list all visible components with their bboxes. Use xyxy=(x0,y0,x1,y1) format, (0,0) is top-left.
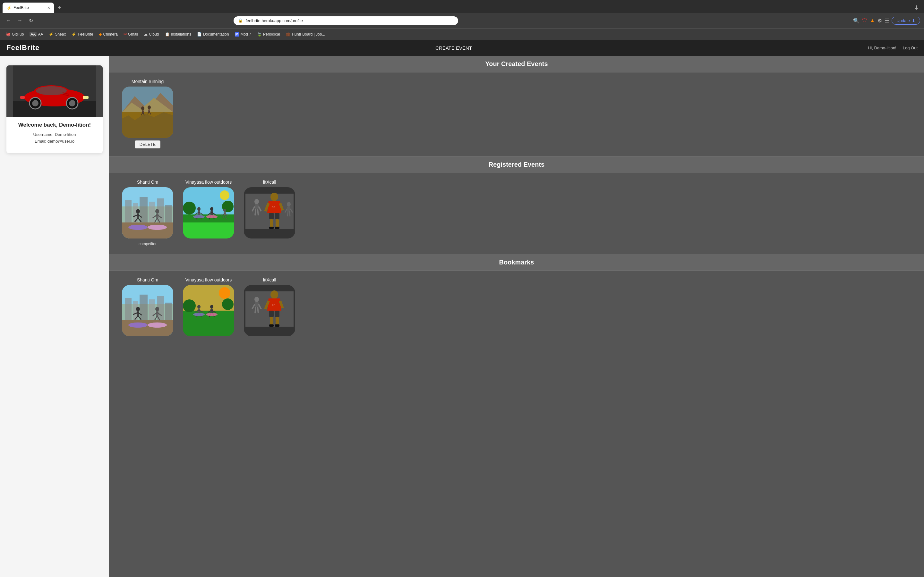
registered-events-title: Registered Events xyxy=(115,161,918,168)
back-button[interactable]: ← xyxy=(4,16,13,25)
registered-events-body: Shanti Om xyxy=(109,173,924,253)
profile-info: Welcome back, Demo-lition! Username: Dem… xyxy=(6,117,103,153)
svg-rect-32 xyxy=(149,201,155,226)
mountain-running-delete-button[interactable]: DELETE xyxy=(135,140,161,148)
svg-rect-163 xyxy=(255,302,258,307)
bookmark-sneax[interactable]: ⚡ Sneax xyxy=(46,31,68,37)
logout-link[interactable]: Log Out xyxy=(903,45,918,50)
search-button[interactable]: 🔍 xyxy=(853,18,859,24)
shanti-om-image[interactable] xyxy=(122,187,173,239)
bookmark-sneax-label: Sneax xyxy=(55,32,66,37)
cloud-favicon: ☁ xyxy=(144,32,148,37)
profile-username: Username: Demo-lition xyxy=(13,132,96,137)
bookmark-vinayasa-image[interactable] xyxy=(183,285,234,336)
settings-button[interactable]: ⚙ xyxy=(877,18,882,24)
svg-text:CF: CF xyxy=(272,206,275,209)
bookmark-chimera[interactable]: ◆ Chimera xyxy=(96,31,120,37)
bookmark-installations[interactable]: 📋 Installations xyxy=(162,31,194,37)
new-tab-button[interactable]: + xyxy=(55,3,64,13)
bookmarks-bar: 🐙 GitHub AA AA ⚡ Sneax ⚡ FeelBrite ◆ Chi… xyxy=(0,28,924,40)
fitxcall-image[interactable]: CF xyxy=(244,187,295,239)
lock-icon: 🔒 xyxy=(238,18,243,23)
bookmark-aa[interactable]: AA AA xyxy=(27,31,45,37)
svg-rect-110 xyxy=(149,300,155,324)
svg-line-167 xyxy=(258,307,258,313)
app-header: FeelBrite CREATE EVENT Hi, Demo-lition! … xyxy=(0,40,924,56)
address-bar[interactable]: 🔒 feelbrite.herokuapp.com/profile xyxy=(234,16,458,25)
svg-rect-9 xyxy=(83,96,89,99)
bookmark-gmail[interactable]: ✉ Gmail xyxy=(121,31,141,37)
svg-rect-88 xyxy=(270,219,273,227)
svg-point-23 xyxy=(148,105,151,109)
aa-favicon: AA xyxy=(29,32,37,37)
bookmark-documentation[interactable]: 📄 Documentation xyxy=(194,31,232,37)
forward-button[interactable]: → xyxy=(15,16,24,25)
bookmark-shanti-om-image[interactable] xyxy=(122,285,173,336)
svg-line-102 xyxy=(288,211,288,216)
greeting-text: Hi, Demo-lition! || xyxy=(868,45,900,50)
refresh-button[interactable]: ↻ xyxy=(27,16,35,25)
event-item-vinayasa: Vinayasa flow outdoors xyxy=(183,179,234,246)
periodical-favicon: 🍃 xyxy=(257,32,262,37)
active-tab[interactable]: ⚡ FeelBrite × xyxy=(3,3,54,13)
svg-rect-87 xyxy=(275,213,279,219)
svg-point-75 xyxy=(193,215,205,218)
svg-point-132 xyxy=(183,300,196,312)
svg-point-44 xyxy=(155,209,159,213)
bookmark-huntr-label: Huntr Board | Job... xyxy=(292,32,325,37)
tab-close-button[interactable]: × xyxy=(47,5,50,10)
svg-point-122 xyxy=(155,307,159,311)
bookmark-periodical[interactable]: 🍃 Periodical xyxy=(254,31,283,37)
app-nav: CREATE EVENT xyxy=(435,45,472,51)
app-nav-right: Hi, Demo-lition! || Log Out xyxy=(868,45,918,50)
mountain-running-image[interactable] xyxy=(122,87,173,138)
bookmark-chimera-label: Chimera xyxy=(103,32,118,37)
brave-shield-button[interactable]: 🛡 xyxy=(862,18,867,23)
bookmark-feelbrite[interactable]: ⚡ FeelBrite xyxy=(69,31,95,37)
chimera-favicon: ◆ xyxy=(99,32,102,37)
svg-point-37 xyxy=(148,225,167,230)
bookmark-cloud[interactable]: ☁ Cloud xyxy=(141,31,162,37)
fitxcall-title: fitXcall xyxy=(263,179,276,185)
svg-line-97 xyxy=(258,210,258,215)
tab-title: FeelBrite xyxy=(13,5,45,10)
brave-rewards-button[interactable]: ▲ xyxy=(870,18,875,23)
svg-rect-79 xyxy=(244,187,295,193)
mod7-favicon: M xyxy=(235,32,239,37)
svg-rect-104 xyxy=(244,229,295,239)
vinayasa-title: Vinayasa flow outdoors xyxy=(186,179,232,185)
update-button[interactable]: Update ⬇ xyxy=(892,17,920,25)
browser-toolbar: ← → ↻ 🔒 feelbrite.herokuapp.com/profile … xyxy=(0,13,924,28)
bookmarks-grid: Shanti Om xyxy=(122,277,911,336)
svg-point-55 xyxy=(183,201,196,214)
downloads-icon[interactable]: ⬇ xyxy=(914,4,919,11)
menu-button[interactable]: ☰ xyxy=(885,18,889,24)
svg-rect-168 xyxy=(244,327,295,336)
bookmark-github[interactable]: 🐙 GitHub xyxy=(3,31,26,37)
app-logo[interactable]: FeelBrite xyxy=(6,44,39,52)
vinayasa-image[interactable] xyxy=(183,187,234,239)
svg-rect-10 xyxy=(20,96,25,99)
svg-rect-159 xyxy=(276,317,279,325)
bookmark-mod7[interactable]: M Mod 7 xyxy=(232,31,254,37)
bookmark-fitxcall-image[interactable]: CF xyxy=(244,285,295,336)
github-favicon: 🐙 xyxy=(6,32,11,37)
svg-point-38 xyxy=(136,209,140,213)
svg-rect-86 xyxy=(269,213,274,219)
created-events-grid: Montain running xyxy=(122,79,911,148)
svg-rect-99 xyxy=(287,206,290,211)
svg-point-69 xyxy=(223,209,226,212)
svg-rect-149 xyxy=(244,285,295,292)
svg-point-8 xyxy=(69,100,75,106)
created-events-body: Montain running xyxy=(109,73,924,155)
bookmark-feelbrite-label: FeelBrite xyxy=(78,32,93,37)
profile-car-image xyxy=(6,65,103,117)
bookmark-item-shanti-om: Shanti Om xyxy=(122,277,173,336)
bookmark-huntr[interactable]: 💼 Huntr Board | Job... xyxy=(283,31,328,37)
svg-point-147 xyxy=(206,313,218,316)
registered-events-header: Registered Events xyxy=(109,156,924,173)
svg-rect-157 xyxy=(275,311,279,317)
svg-rect-35 xyxy=(122,222,173,239)
create-event-link[interactable]: CREATE EVENT xyxy=(435,45,472,51)
svg-point-146 xyxy=(193,313,205,316)
